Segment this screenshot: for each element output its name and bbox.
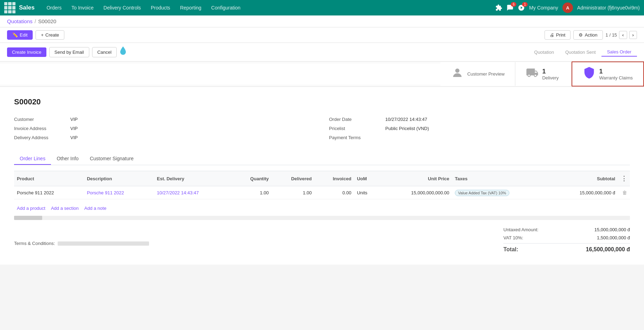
print-icon: 🖨: [550, 32, 554, 38]
bottom-section: Terms & Conditions: Untaxed Amount: 15,0…: [14, 226, 630, 254]
gear-icon: ⚙: [579, 32, 583, 38]
add-section-link[interactable]: Add a section: [51, 206, 79, 211]
order-date-value[interactable]: 10/27/2022 14:43:47: [385, 117, 427, 122]
col-unit-price: Unit Price: [380, 171, 452, 186]
user-name[interactable]: Administrator (fj6nyue0vi9m): [577, 5, 640, 11]
breadcrumb-separator: /: [35, 19, 36, 24]
nav-products[interactable]: Products: [146, 0, 175, 15]
order-date-label: Order Date: [329, 117, 385, 122]
tab-order-lines[interactable]: Order Lines: [14, 153, 51, 165]
cell-est-delivery[interactable]: 10/27/2022 14:43:47: [154, 186, 232, 199]
top-navigation: Sales Orders To Invoice Delivery Control…: [0, 0, 644, 15]
cell-product[interactable]: Porsche 911 2022: [14, 186, 84, 199]
col-actions: ⋮: [618, 171, 630, 186]
cell-subtotal: 15,000,000,000 đ: [550, 186, 618, 199]
warranty-count: 1: [599, 68, 633, 75]
step-sales-order[interactable]: Sales Order: [601, 48, 637, 57]
nav-orders[interactable]: Orders: [41, 0, 66, 15]
toolbar: ✏️ Edit + Create 🖨 Print ⚙ Action 1 / 15…: [0, 27, 644, 43]
warranty-claims-button[interactable]: 1 Warranty Claims: [572, 62, 644, 86]
warranty-label: Warranty Claims: [599, 75, 633, 80]
payment-terms-field-row: Payment Terms: [329, 133, 630, 142]
smart-buttons-bar: Customer Preview 1 Delivery 1 Warranty C…: [0, 62, 644, 87]
cell-taxes: Value Added Tax (VAT) 10%: [452, 186, 550, 199]
edit-icon: ✏️: [12, 32, 18, 38]
untaxed-row: Untaxed Amount: 15,000,000,000 đ: [503, 226, 630, 234]
customer-preview-label: Customer Preview: [467, 71, 504, 77]
invoice-address-label: Invoice Address: [14, 126, 70, 131]
edit-button[interactable]: ✏️ Edit: [7, 30, 33, 40]
col-est-delivery: Est. Delivery: [154, 171, 232, 186]
col-description: Description: [84, 171, 154, 186]
cell-invoiced: 0.00: [315, 186, 354, 199]
plus-icon: +: [41, 32, 44, 38]
delivery-count: 1: [542, 68, 559, 75]
clock-icon-btn[interactable]: 1: [518, 4, 525, 11]
cancel-button[interactable]: Cancel: [92, 47, 117, 57]
action-bar: Create Invoice Send by Email Cancel Quot…: [0, 43, 644, 62]
clock-badge: 1: [522, 2, 528, 7]
add-product-link[interactable]: Add a product: [17, 206, 45, 211]
col-quantity: Quantity: [232, 171, 272, 186]
create-invoice-button[interactable]: Create Invoice: [7, 47, 46, 57]
nav-items: Orders To Invoice Delivery Controls Prod…: [41, 0, 495, 15]
app-switcher-icon[interactable]: [4, 2, 15, 13]
delivery-address-label: Delivery Address: [14, 135, 70, 140]
form-fields: Customer VIP Invoice Address VIP Deliver…: [14, 115, 630, 142]
col-uom: UoM: [354, 171, 380, 186]
delete-row-icon[interactable]: 🗑: [622, 190, 627, 195]
step-quotation-sent[interactable]: Quotation Sent: [560, 48, 601, 56]
chat-icon-btn[interactable]: 6: [507, 4, 514, 11]
order-tabs: Order Lines Other Info Customer Signatur…: [14, 153, 630, 165]
send-email-button[interactable]: Send by Email: [49, 47, 89, 57]
pricelist-label: Pricelist: [329, 126, 385, 131]
action-button[interactable]: ⚙ Action: [573, 30, 603, 40]
cell-unit-price: 15,000,000,000.00: [380, 186, 452, 199]
main-content: S00020 Customer VIP Invoice Address VIP …: [0, 87, 644, 265]
nav-to-invoice[interactable]: To Invoice: [66, 0, 98, 15]
page-prev-button[interactable]: ‹: [619, 31, 627, 39]
delivery-address-value[interactable]: VIP: [70, 135, 78, 140]
app-name[interactable]: Sales: [19, 4, 34, 11]
print-button[interactable]: 🖨 Print: [545, 30, 571, 40]
pricelist-value[interactable]: Public Pricelist (VND): [385, 126, 429, 131]
terms-value[interactable]: [58, 241, 149, 246]
customer-field-row: Customer VIP: [14, 115, 315, 124]
customer-icon: [451, 66, 464, 82]
add-row-links: Add a product Add a section Add a note: [14, 203, 630, 213]
col-delivered: Delivered: [272, 171, 315, 186]
col-subtotal: Subtotal: [550, 171, 618, 186]
cell-description[interactable]: Porsche 911 2022: [84, 186, 154, 199]
customer-preview-button[interactable]: Customer Preview: [440, 62, 515, 86]
page-next-button[interactable]: ›: [629, 31, 637, 39]
customer-value[interactable]: VIP: [70, 117, 78, 122]
breadcrumb: Quotations / S00020: [0, 15, 644, 27]
terms-label: Terms & Conditions:: [14, 241, 55, 246]
add-note-link[interactable]: Add a note: [84, 206, 107, 211]
nav-reporting[interactable]: Reporting: [175, 0, 206, 15]
vat-value: 1,500,000,000 đ: [597, 235, 630, 240]
delivery-address-field-row: Delivery Address VIP: [14, 133, 315, 142]
step-quotation[interactable]: Quotation: [529, 48, 560, 56]
company-name[interactable]: My Company: [529, 5, 558, 11]
cell-delete[interactable]: 🗑: [618, 186, 630, 199]
tab-customer-signature[interactable]: Customer Signature: [84, 153, 139, 165]
nav-right: 6 1 My Company A Administrator (fj6nyue0…: [495, 2, 640, 13]
nav-delivery-controls[interactable]: Delivery Controls: [98, 0, 146, 15]
total-value: 16,500,000,000 đ: [586, 246, 630, 253]
breadcrumb-current: S00020: [38, 18, 56, 24]
vat-row: VAT 10%: 1,500,000,000 đ: [503, 234, 630, 242]
pagination: 1 / 15 ‹ ›: [606, 31, 637, 39]
delivery-button[interactable]: 1 Delivery: [515, 62, 572, 86]
invoice-address-value[interactable]: VIP: [70, 126, 78, 131]
user-avatar[interactable]: A: [562, 2, 573, 13]
nav-configuration[interactable]: Configuration: [206, 0, 245, 15]
cell-uom: Units: [354, 186, 380, 199]
puzzle-icon-btn[interactable]: [495, 4, 502, 11]
table-menu-icon[interactable]: ⋮: [621, 175, 627, 182]
breadcrumb-parent[interactable]: Quotations: [7, 18, 33, 24]
chat-badge: 6: [511, 2, 516, 7]
delivery-icon: [526, 66, 539, 82]
create-button[interactable]: + Create: [36, 30, 64, 40]
tab-other-info[interactable]: Other Info: [51, 153, 84, 165]
